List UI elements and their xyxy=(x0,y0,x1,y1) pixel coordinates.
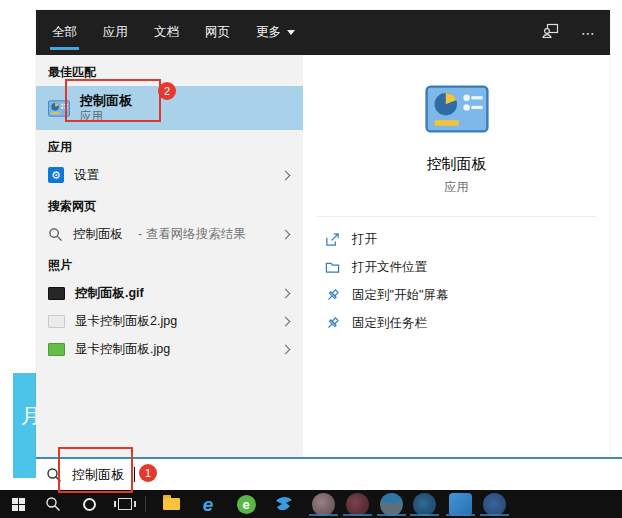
annotation-badge-step1: 1 xyxy=(139,464,157,482)
action-pin-to-start-label: 固定到"开始"屏幕 xyxy=(352,287,448,304)
folder-icon xyxy=(163,498,180,510)
chevron-right-icon[interactable] xyxy=(281,344,291,354)
action-open[interactable]: 打开 xyxy=(303,225,610,253)
result-photo-jpg[interactable]: 显卡控制面板.jpg xyxy=(36,335,303,363)
cortana-icon xyxy=(83,498,96,511)
tab-apps-label: 应用 xyxy=(103,24,128,41)
result-settings-label: 设置 xyxy=(74,167,99,184)
tab-all[interactable]: 全部 xyxy=(52,10,77,55)
pinned-app-button-5[interactable] xyxy=(447,490,473,518)
green-browser-icon: e xyxy=(237,495,256,514)
app-icon-blurred xyxy=(483,493,506,516)
divider xyxy=(317,216,596,217)
ie-browser-button[interactable]: e xyxy=(195,490,221,518)
result-photo-jpg2[interactable]: 显卡控制面板2.jpg xyxy=(36,307,303,335)
cortana-button[interactable] xyxy=(76,490,102,518)
taskbar-separator xyxy=(143,490,147,518)
annotation-badge-step2: 2 xyxy=(158,82,176,100)
ie-icon: e xyxy=(203,495,214,514)
action-open-file-location[interactable]: 打开文件位置 xyxy=(303,253,610,281)
tab-documents-label: 文档 xyxy=(154,24,179,41)
user-account-icon[interactable] xyxy=(542,23,559,42)
web-search-suffix: - 查看网络搜索结果 xyxy=(138,226,246,243)
search-icon xyxy=(48,227,63,242)
desktop-text: 月 xyxy=(21,403,36,430)
preview-title: 控制面板 xyxy=(303,155,610,174)
pinned-app-button-1[interactable] xyxy=(310,490,336,518)
file-explorer-button[interactable] xyxy=(158,490,184,518)
section-header-photos: 照片 xyxy=(36,248,303,279)
pinned-app-button-2[interactable] xyxy=(344,490,370,518)
tab-web[interactable]: 网页 xyxy=(205,10,230,55)
action-pin-to-taskbar-label: 固定到任务栏 xyxy=(352,315,427,332)
chevron-down-icon xyxy=(287,30,295,35)
thunder-bird-icon xyxy=(274,494,294,514)
tab-web-label: 网页 xyxy=(205,24,230,41)
chevron-right-icon[interactable] xyxy=(281,288,291,298)
app-icon-blurred xyxy=(449,493,472,516)
taskbar: e e xyxy=(0,490,622,518)
header-icons: ⋯ xyxy=(542,10,596,55)
app-icon-blurred xyxy=(346,493,369,516)
more-options-icon[interactable]: ⋯ xyxy=(581,26,596,40)
taskbar-search-button[interactable] xyxy=(40,490,66,518)
desktop-window-fragment: 月 xyxy=(13,373,36,478)
action-pin-to-taskbar[interactable]: 固定到任务栏 xyxy=(303,309,610,337)
result-settings[interactable]: ⚙ 设置 xyxy=(36,161,303,189)
chevron-right-icon[interactable] xyxy=(281,170,291,180)
screenshot-root: 月 全部 应用 文档 网页 更多 xyxy=(0,0,622,518)
photo-jpg-label: 显卡控制面板.jpg xyxy=(75,341,170,358)
annotation-box-step1 xyxy=(58,447,133,493)
preview-subtitle: 应用 xyxy=(303,179,610,196)
pin-icon xyxy=(325,316,340,331)
open-icon xyxy=(325,232,340,247)
chevron-right-icon[interactable] xyxy=(281,316,291,326)
control-panel-icon-large xyxy=(425,85,489,133)
app-icon-blurred xyxy=(312,493,335,516)
result-web-search[interactable]: 控制面板 - 查看网络搜索结果 xyxy=(36,220,303,248)
pinned-app-button-6[interactable] xyxy=(481,490,507,518)
search-filter-tabs-bar: 全部 应用 文档 网页 更多 xyxy=(36,10,610,55)
thunder-button[interactable] xyxy=(271,490,297,518)
photo-thumbnail-icon xyxy=(48,315,65,328)
green-browser-button[interactable]: e xyxy=(233,490,259,518)
windows-logo-icon xyxy=(12,498,25,511)
chevron-right-icon[interactable] xyxy=(281,229,291,239)
preview-pane: 控制面板 应用 打开 打开文件位置 xyxy=(303,55,610,457)
pin-icon xyxy=(325,288,340,303)
result-photo-gif[interactable]: 控制面板.gif xyxy=(36,279,303,307)
tab-more[interactable]: 更多 xyxy=(256,10,295,55)
settings-gear-icon: ⚙ xyxy=(48,167,64,183)
search-icon xyxy=(45,496,61,512)
section-header-web: 搜索网页 xyxy=(36,189,303,220)
section-header-apps: 应用 xyxy=(36,130,303,161)
photo-gif-label: 控制面板.gif xyxy=(75,285,144,302)
search-flyout-panel: 全部 应用 文档 网页 更多 xyxy=(36,10,610,457)
tab-all-label: 全部 xyxy=(52,24,77,41)
photo-thumbnail-icon xyxy=(48,343,65,356)
action-pin-to-start[interactable]: 固定到"开始"屏幕 xyxy=(303,281,610,309)
text-cursor xyxy=(134,467,135,482)
task-view-button[interactable] xyxy=(112,490,138,518)
app-icon-blurred xyxy=(380,493,403,516)
start-button[interactable] xyxy=(6,490,30,518)
photo-jpg2-label: 显卡控制面板2.jpg xyxy=(75,313,177,330)
tab-apps[interactable]: 应用 xyxy=(103,10,128,55)
action-open-label: 打开 xyxy=(352,231,377,248)
action-open-file-location-label: 打开文件位置 xyxy=(352,259,427,276)
app-icon-blurred xyxy=(413,493,436,516)
web-search-label: 控制面板 xyxy=(73,226,123,243)
folder-icon xyxy=(325,260,340,275)
pinned-app-button-4[interactable] xyxy=(411,490,437,518)
photo-thumbnail-icon xyxy=(48,287,65,300)
annotation-box-step2 xyxy=(65,79,161,122)
tab-documents[interactable]: 文档 xyxy=(154,10,179,55)
task-view-icon xyxy=(118,498,132,510)
tab-more-label: 更多 xyxy=(256,24,281,41)
pinned-app-button-3[interactable] xyxy=(378,490,404,518)
